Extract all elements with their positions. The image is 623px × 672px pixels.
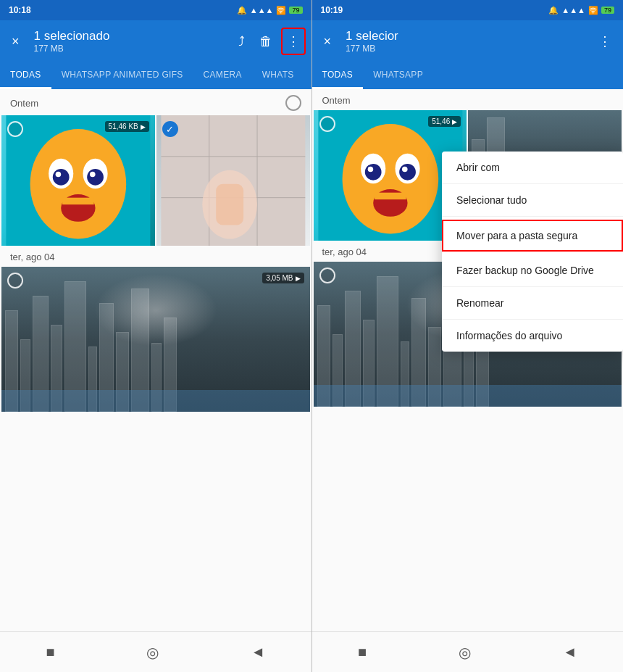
svg-point-5 xyxy=(87,169,104,186)
left-top-bar-info: 1 selecionado 177 MB xyxy=(34,29,224,54)
left-cartoon-check[interactable] xyxy=(7,121,23,137)
svg-point-22 xyxy=(399,164,416,181)
tab-whats[interactable]: Whats xyxy=(252,62,304,89)
share-icon[interactable]: ⤴ xyxy=(233,28,251,55)
svg-rect-16 xyxy=(216,184,243,225)
svg-point-7 xyxy=(90,172,96,178)
right-actions: ⋮ xyxy=(593,28,617,55)
left-title: 1 selecionado xyxy=(34,29,224,43)
right-status-bar: 10:19 🔔 ▲▲▲ 🛜 79 xyxy=(312,0,624,20)
right-signal-icon: ▲▲▲ xyxy=(561,6,585,14)
left-bottom-nav: ■ ◎ ◄ xyxy=(0,631,312,672)
delete-icon[interactable]: 🗑 xyxy=(254,28,278,55)
left-image-grid-ontem: 51,46 KB ▶ xyxy=(0,115,312,246)
left-nav-back[interactable]: ◄ xyxy=(251,644,265,660)
svg-rect-26 xyxy=(375,193,406,199)
right-section-ontem-label: Ontem xyxy=(322,95,351,106)
wifi-icon: 🛜 xyxy=(276,6,286,15)
right-status-icons: 🔔 ▲▲▲ 🛜 79 xyxy=(548,6,614,15)
right-nav-square[interactable]: ■ xyxy=(358,644,367,660)
left-floor-thumb xyxy=(156,115,310,246)
tab-todas[interactable]: Todas xyxy=(0,62,51,89)
right-cartoon-check[interactable] xyxy=(319,116,335,132)
right-more-button[interactable]: ⋮ xyxy=(593,28,617,55)
right-alarm-icon: 🔔 xyxy=(548,6,559,15)
alarm-icon: 🔔 xyxy=(237,6,247,15)
left-subtitle: 177 MB xyxy=(34,43,224,54)
right-cartoon-badge: 51,46 ▶ xyxy=(428,116,461,127)
tab-whatsapp-animated[interactable]: WhatsApp Animated Gifs xyxy=(51,62,193,89)
left-city-thumb xyxy=(1,267,310,412)
right-wifi-icon: 🛜 xyxy=(588,6,598,15)
left-floor-check[interactable] xyxy=(162,121,178,137)
left-city-play: ▶ xyxy=(296,275,301,282)
left-grid-item-city[interactable]: 3,05 MB ▶ xyxy=(1,267,310,412)
right-content: Ontem xyxy=(312,89,624,631)
left-nav-circle[interactable]: ◎ xyxy=(146,644,159,661)
svg-rect-9 xyxy=(62,198,94,204)
right-top-bar: × 1 selecior 177 MB ⋮ xyxy=(312,20,624,62)
right-nav-circle[interactable]: ◎ xyxy=(459,644,471,661)
right-tab-whatsapp[interactable]: WhatsApp xyxy=(363,62,433,89)
left-actions: ⤴ 🗑 ⋮ xyxy=(233,28,306,55)
right-time: 10:19 xyxy=(321,5,343,15)
right-section-ontem: Ontem xyxy=(312,89,624,110)
svg-point-1 xyxy=(30,129,127,239)
left-time: 10:18 xyxy=(9,5,31,15)
left-close-button[interactable]: × xyxy=(6,28,25,55)
svg-point-21 xyxy=(364,164,381,181)
dropdown-item-backup[interactable]: Fazer backup no Google Drive xyxy=(442,254,623,287)
right-title: 1 selecior xyxy=(346,29,584,43)
right-top-bar-info: 1 selecior 177 MB xyxy=(346,29,584,54)
svg-point-4 xyxy=(53,169,70,186)
right-tab-bar: Todas WhatsApp xyxy=(312,62,624,89)
dropdown-item-abrir[interactable]: Abrir com xyxy=(442,152,623,184)
right-panel: 10:19 🔔 ▲▲▲ 🛜 79 × 1 selecior 177 MB ⋮ T… xyxy=(312,0,624,672)
left-section-ontem-label: Ontem xyxy=(10,98,38,109)
left-content: Ontem xyxy=(0,89,312,631)
left-cartoon-play: ▶ xyxy=(141,123,146,130)
right-nav-back[interactable]: ◄ xyxy=(563,644,577,660)
dropdown-item-renomear[interactable]: Renomear xyxy=(442,287,623,320)
right-bottom-nav: ■ ◎ ◄ xyxy=(312,631,624,672)
right-cartoon-play: ▶ xyxy=(452,118,457,125)
right-battery-icon: 79 xyxy=(601,7,614,14)
right-close-button[interactable]: × xyxy=(318,28,338,55)
dropdown-item-selecionar[interactable]: Selecionar tudo xyxy=(442,184,623,217)
left-section-ontem: Ontem xyxy=(0,89,312,115)
right-city-check[interactable] xyxy=(319,267,335,283)
svg-point-24 xyxy=(401,167,407,173)
left-tab-bar: Todas WhatsApp Animated Gifs Camera What… xyxy=(0,62,312,89)
left-section-terago: ter, ago 04 xyxy=(0,246,312,267)
tab-camera[interactable]: Camera xyxy=(193,62,252,89)
dropdown-menu: Abrir com Selecionar tudo Mover para a p… xyxy=(442,152,623,352)
left-grid-item-floor[interactable] xyxy=(156,115,310,246)
right-tab-todas[interactable]: Todas xyxy=(312,62,364,89)
left-city-check[interactable] xyxy=(7,273,23,289)
left-status-bar: 10:18 🔔 ▲▲▲ 🛜 79 xyxy=(0,0,312,20)
left-section-terago-label: ter, ago 04 xyxy=(10,252,54,262)
svg-point-6 xyxy=(56,172,62,178)
right-section-terago-label: ter, ago 04 xyxy=(322,246,367,257)
left-panel: 10:18 🔔 ▲▲▲ 🛜 79 × 1 selecionado 177 MB … xyxy=(0,0,312,672)
battery-icon: 79 xyxy=(289,7,302,14)
left-city-badge: 3,05 MB ▶ xyxy=(262,273,304,283)
svg-point-18 xyxy=(342,124,438,234)
dropdown-item-informacoes[interactable]: Informações do arquivo xyxy=(442,320,623,352)
signal-icon: ▲▲▲ xyxy=(250,6,274,14)
left-cartoon-thumb xyxy=(1,115,155,246)
left-cartoon-badge: 51,46 KB ▶ xyxy=(105,121,149,132)
left-image-grid-terago: 3,05 MB ▶ xyxy=(0,267,312,412)
right-subtitle: 177 MB xyxy=(346,43,584,54)
left-nav-square[interactable]: ■ xyxy=(46,644,54,660)
dropdown-item-mover[interactable]: Mover para a pasta segura xyxy=(442,220,623,252)
more-options-button[interactable]: ⋮ xyxy=(281,28,306,55)
left-grid-item-cartoon[interactable]: 51,46 KB ▶ xyxy=(1,115,155,246)
svg-point-23 xyxy=(367,167,373,173)
left-section-select-all[interactable] xyxy=(285,95,301,111)
left-status-icons: 🔔 ▲▲▲ 🛜 79 xyxy=(237,6,303,15)
left-top-bar: × 1 selecionado 177 MB ⤴ 🗑 ⋮ xyxy=(0,20,312,62)
